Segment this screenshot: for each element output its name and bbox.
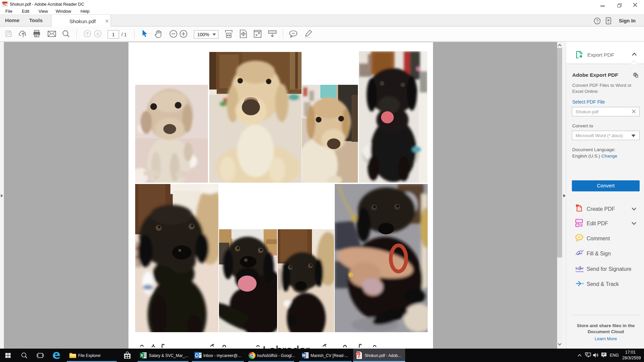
svg-text:X: X (141, 353, 143, 357)
svg-text:W: W (302, 353, 306, 357)
svg-text:PDF: PDF (356, 353, 360, 355)
svg-text:?: ? (596, 19, 598, 23)
